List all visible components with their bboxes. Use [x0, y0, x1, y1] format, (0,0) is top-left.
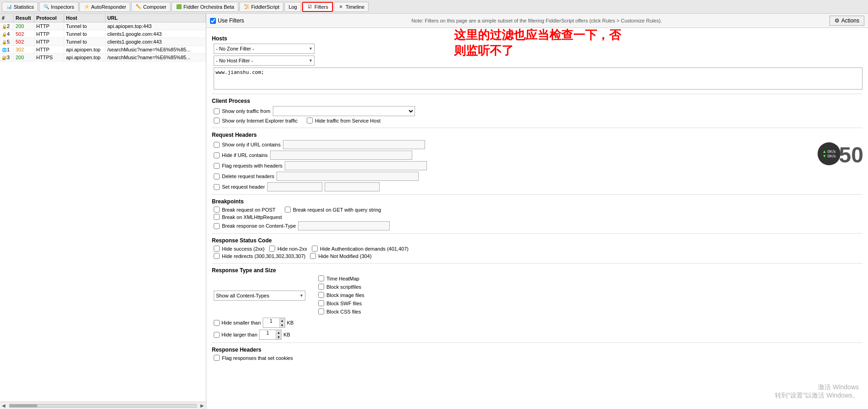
- activate-line2: 转到"设置"以激活 Windows。: [775, 392, 859, 400]
- smaller-up-arrow[interactable]: ▲: [279, 318, 285, 323]
- scroll-left-arrow[interactable]: ◀: [0, 403, 7, 408]
- flag-requests-checkbox[interactable]: [214, 163, 220, 169]
- smaller-arrows: ▲ ▼: [279, 318, 285, 327]
- flag-requests-row: Flag requests with headers: [214, 161, 862, 170]
- content-type-dropdown[interactable]: Show all Content-Types: [214, 291, 305, 301]
- timeline-tab[interactable]: ≡ Timeline: [334, 2, 369, 12]
- host-filter-dropdown[interactable]: - No Host Filter -: [214, 56, 315, 66]
- break-content-type-input[interactable]: [298, 221, 390, 230]
- delete-request-headers-row: Delete request headers: [214, 172, 862, 181]
- row-icon: 🔒: [2, 40, 7, 45]
- flag-responses-checkbox[interactable]: [214, 355, 220, 361]
- smaller-down-arrow[interactable]: ▼: [279, 323, 285, 327]
- show-url-contains-input[interactable]: [283, 140, 425, 149]
- actions-button[interactable]: ⚙ Actions: [829, 16, 864, 26]
- hide-url-contains-input[interactable]: [270, 151, 412, 160]
- response-type-title: Response Type and Size: [212, 267, 862, 274]
- hide-larger-checkbox[interactable]: [214, 332, 220, 338]
- hide-smaller-input[interactable]: [263, 318, 279, 324]
- set-header-name-input[interactable]: [267, 182, 322, 191]
- hide-url-contains-checkbox[interactable]: [214, 152, 220, 158]
- col-result: Result: [14, 14, 34, 22]
- filters-tab[interactable]: ☑ Filters: [302, 2, 333, 12]
- filter-note: Note: Filters on this page are a simple …: [248, 18, 825, 23]
- annotation-text: 这里的过滤也应当检查一下，否则监听不了: [454, 28, 628, 59]
- show-url-contains-checkbox[interactable]: [214, 142, 220, 148]
- block-imagefiles-row: Block image files: [318, 292, 365, 298]
- hide-not-modified-checkbox[interactable]: [310, 253, 316, 259]
- scrollbar-thumb[interactable]: [10, 404, 37, 407]
- show-only-traffic-checkbox[interactable]: [214, 108, 220, 114]
- hide-service-host-checkbox[interactable]: [307, 118, 313, 123]
- statistics-tab[interactable]: 📊 Statistics: [2, 2, 38, 12]
- delete-headers-checkbox[interactable]: [214, 174, 220, 179]
- block-css-checkbox[interactable]: [318, 308, 324, 314]
- table-row[interactable]: 🔒2 200 HTTP Tunnel to api.apiopen.top:44…: [0, 22, 206, 30]
- break-xml-checkbox[interactable]: [214, 214, 220, 220]
- autoresponder-tab[interactable]: ⚡ AutoResponder: [79, 2, 130, 12]
- hide-success-non2xx-row: Hide success (2xx) Hide non-2xx Hide Aut…: [214, 246, 862, 253]
- table-row[interactable]: 🌐1 302 HTTP api.apiopen.top /searchMusic…: [0, 46, 206, 54]
- inspectors-tab[interactable]: 🔍 Inspectors: [39, 2, 78, 12]
- zone-filter-dropdown[interactable]: - No Zone Filter -: [214, 44, 315, 54]
- autoresponder-icon: ⚡: [83, 4, 90, 10]
- break-post-get-row: Break request on POST Break request on G…: [214, 207, 862, 214]
- hide-service-host-row: Hide traffic from Service Host: [307, 118, 381, 123]
- show-only-ie-checkbox[interactable]: [214, 118, 220, 123]
- filter-header: Use Filters Note: Filters on this page a…: [206, 14, 868, 28]
- timeline-icon: ≡: [338, 4, 344, 10]
- break-xml-row: Break on XMLHttpRequest: [214, 214, 862, 220]
- block-swf-checkbox[interactable]: [318, 300, 324, 306]
- table-row[interactable]: 🔒5 502 HTTP Tunnel to clients1.google.co…: [0, 38, 206, 46]
- network-indicator: ▲ 0K/s ▼ 0K/s: [818, 142, 840, 165]
- show-only-traffic-row: Show only traffic from: [214, 106, 862, 116]
- use-filters-checkbox[interactable]: [210, 18, 216, 24]
- col-url: URL: [105, 14, 206, 22]
- hide-smaller-checkbox[interactable]: [214, 320, 220, 326]
- break-get-checkbox[interactable]: [285, 207, 291, 213]
- hosts-textarea[interactable]: www.jianshu.com;: [214, 67, 862, 90]
- filters-icon: ☑: [307, 4, 313, 10]
- break-post-checkbox[interactable]: [214, 207, 220, 213]
- larger-up-arrow[interactable]: ▲: [276, 330, 281, 335]
- hide-success-checkbox[interactable]: [214, 246, 220, 252]
- hide-non2xx-checkbox[interactable]: [269, 246, 275, 252]
- time-heatmap-checkbox[interactable]: [318, 275, 324, 281]
- filters-panel: Use Filters Note: Filters on this page a…: [206, 14, 868, 409]
- flag-requests-input[interactable]: [285, 161, 427, 170]
- composer-tab[interactable]: ✏️ Composer: [131, 2, 171, 12]
- delete-headers-input[interactable]: [276, 172, 419, 181]
- hide-smaller-row: Hide smaller than ▲ ▼ KB: [214, 318, 862, 328]
- hide-redirects-checkbox[interactable]: [214, 253, 220, 259]
- upload-arrow: ▲: [823, 149, 827, 154]
- fiddlerscript-tab[interactable]: 📜 FiddlerScript: [239, 2, 284, 12]
- hide-auth-checkbox[interactable]: [312, 246, 318, 252]
- table-row[interactable]: 🔒4 502 HTTP Tunnel to clients1.google.co…: [0, 30, 206, 38]
- col-host: Host: [64, 14, 105, 22]
- flag-responses-row: Flag responses that set cookies: [214, 355, 862, 361]
- log-tab[interactable]: Log: [284, 2, 301, 12]
- scroll-right-arrow[interactable]: ▶: [199, 403, 206, 408]
- scrollbar-track[interactable]: [9, 404, 197, 408]
- hide-larger-input[interactable]: [260, 330, 276, 336]
- block-css-row: Block CSS files: [318, 308, 365, 314]
- response-type-content: Show all Content-Types ▼ Time HeatMap: [212, 275, 862, 340]
- orchestra-tab[interactable]: 🟩 Fiddler Orchestra Beta: [171, 2, 238, 12]
- fiddlerscript-icon: 📜: [243, 4, 250, 10]
- use-filters-label[interactable]: Use Filters: [210, 17, 244, 24]
- horizontal-scrollbar[interactable]: ◀ ▶: [0, 402, 206, 409]
- larger-down-arrow[interactable]: ▼: [276, 335, 281, 339]
- network-number: 50: [839, 142, 863, 168]
- table-row[interactable]: 🔐3 200 HTTPS api.apiopen.top /searchMusi…: [0, 54, 206, 62]
- block-scriptfiles-row: Block scriptfiles: [318, 284, 365, 290]
- break-content-type-checkbox[interactable]: [214, 223, 220, 229]
- set-header-checkbox[interactable]: [214, 184, 220, 190]
- block-scriptfiles-checkbox[interactable]: [318, 284, 324, 290]
- row-icon: 🌐: [2, 48, 7, 52]
- set-header-value-input[interactable]: [325, 182, 380, 191]
- block-imagefiles-checkbox[interactable]: [318, 292, 324, 298]
- hide-larger-input-group: ▲ ▼: [259, 330, 282, 340]
- request-headers-content: Show only if URL contains Hide if URL co…: [212, 140, 862, 191]
- content-type-dropdown-row: Show all Content-Types ▼ Time HeatMap: [214, 275, 862, 316]
- traffic-from-dropdown[interactable]: [273, 106, 415, 116]
